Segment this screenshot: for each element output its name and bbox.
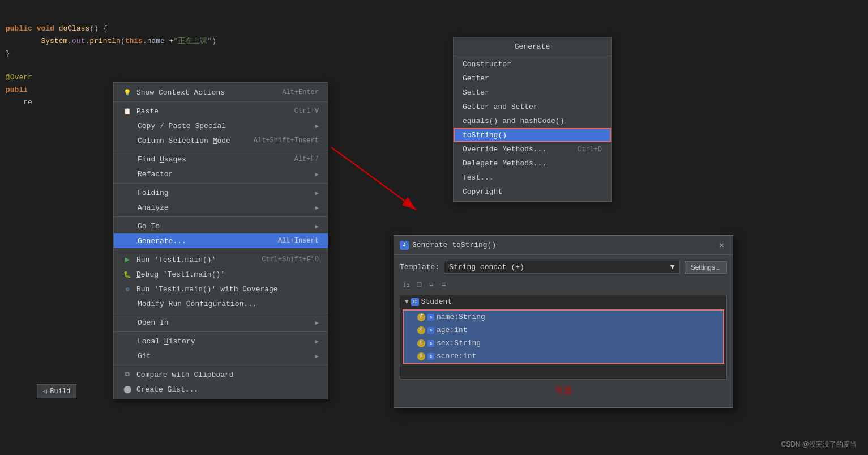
template-select[interactable]: String concat (+) ▼ [444, 261, 679, 274]
gen-item-tostring[interactable]: toString() [454, 128, 611, 142]
class-name: Student [421, 297, 452, 306]
gen-item-equals-hashcode[interactable]: equals() and hashCode() [454, 114, 611, 128]
no-icon [123, 203, 133, 212]
no-icon [123, 351, 133, 360]
menu-item-create-gist[interactable]: ⬤ Create Gist... [114, 382, 328, 397]
code-var: out [72, 36, 85, 47]
toolbar-row: ↓₂ □ ≡ ≡ [400, 278, 727, 290]
red-arrow-pointer [326, 142, 439, 227]
tree-parent-student: ▼ C Student [400, 295, 726, 308]
menu-label: Show Context Actions [136, 88, 225, 97]
field-badge: s [427, 327, 434, 334]
menu-label: Modify Run Configuration... [138, 300, 257, 308]
menu-item-run[interactable]: ▶ Run 'Test1.main()' Ctrl+Shift+F10 [114, 252, 328, 267]
field-badge: s [427, 340, 434, 347]
debug-icon: 🐛 [123, 270, 132, 279]
menu-item-debug[interactable]: 🐛 Debug 'Test1.main()' [114, 267, 328, 282]
gen-item-getter[interactable]: Getter [454, 71, 611, 86]
field-name: sex:String [437, 339, 481, 347]
code-function: doClass [59, 23, 90, 35]
field-item-sex[interactable]: f s sex:String [404, 337, 723, 350]
menu-label: Go To [138, 222, 160, 231]
menu-item-folding[interactable]: Folding ▶ [114, 185, 328, 200]
separator-5 [114, 250, 328, 250]
menu-label: Analyze [138, 203, 169, 212]
run-icon: ▶ [123, 255, 132, 264]
gen-item-test[interactable]: Test... [454, 171, 611, 185]
arrow-icon: ▶ [315, 189, 319, 197]
menu-item-coverage[interactable]: ⚙ Run 'Test1.main()' with Coverage [114, 282, 328, 296]
sort-button[interactable]: ↓₂ [400, 278, 412, 290]
menu-item-local-history[interactable]: Local History ▶ [114, 334, 328, 348]
arrow-icon: ▶ [315, 204, 319, 211]
class-icon: C [411, 298, 419, 306]
arrow-icon: ▶ [315, 338, 319, 345]
code-keyword: void [37, 23, 54, 35]
menu-shortcut: Ctrl+V [294, 107, 319, 115]
field-item-name[interactable]: f s name:String [404, 311, 723, 324]
template-row: Template: String concat (+) ▼ Settings..… [400, 261, 727, 274]
bulb-icon: 💡 [123, 88, 132, 97]
no-icon [123, 222, 133, 231]
box-button[interactable]: □ [414, 278, 425, 290]
menu-item-show-context-actions[interactable]: 💡 Show Context Actions Alt+Enter [114, 85, 328, 100]
menu-item-goto[interactable]: Go To ▶ [114, 219, 328, 233]
chevron-down-icon: ▼ [670, 263, 675, 271]
menu-item-open-in[interactable]: Open In ▶ [114, 315, 328, 330]
field-badge: s [427, 314, 434, 321]
build-button[interactable]: ◁ Build [37, 384, 76, 398]
tree-expand-icon[interactable]: ▼ [405, 299, 409, 305]
menu-item-paste[interactable]: 📋 Paste Ctrl+V [114, 104, 328, 118]
menu-item-copy-paste-special[interactable]: Copy / Paste Special ▶ [114, 118, 328, 133]
menu-item-analyze[interactable]: Analyze ▶ [114, 200, 328, 215]
menu-shortcut: Alt+Enter [282, 88, 319, 96]
gist-icon: ⬤ [123, 385, 132, 394]
no-icon [123, 188, 133, 197]
menu-item-refactor[interactable]: Refactor ▶ [114, 167, 328, 181]
no-icon [123, 318, 133, 327]
field-item-age[interactable]: f s age:int [404, 324, 723, 337]
menu-label: Local History [138, 337, 195, 346]
menu-label: Run 'Test1.main()' [136, 256, 216, 264]
menu-shortcut: Alt+Insert [278, 237, 319, 245]
compare-icon: ⧉ [123, 370, 132, 379]
gen-item-setter[interactable]: Setter [454, 86, 611, 100]
menu-item-find-usages[interactable]: Find Usages Alt+F7 [114, 152, 328, 167]
menu-item-git[interactable]: Git ▶ [114, 348, 328, 363]
menu-item-compare-clipboard[interactable]: ⧉ Compare with Clipboard [114, 367, 328, 382]
arrow-icon: ▶ [315, 319, 319, 326]
field-icon: f [417, 313, 425, 321]
gen-label: Test... [463, 173, 494, 182]
no-icon [123, 299, 133, 308]
gen-item-override-methods[interactable]: Override Methods... Ctrl+O [454, 142, 611, 156]
menu-item-generate[interactable]: Generate... Alt+Insert [114, 233, 328, 248]
bottom-credit: CSDN @没完没了的麦当 [781, 440, 857, 449]
gen-item-copyright[interactable]: Copyright [454, 185, 611, 199]
no-icon [123, 136, 133, 145]
gen-label: Override Methods... [463, 145, 546, 154]
code-string: "正在上课" [174, 36, 212, 47]
arrow-icon: ▶ [315, 223, 319, 230]
settings-button[interactable]: Settings... [685, 261, 727, 274]
gen-label: Setter [463, 88, 489, 97]
field-item-score[interactable]: f s score:int [404, 350, 723, 363]
code-keyword: public [6, 23, 32, 35]
code-function: System [41, 36, 67, 47]
context-menu: 💡 Show Context Actions Alt+Enter 📋 Paste… [113, 82, 328, 399]
gen-item-delegate-methods[interactable]: Delegate Methods... [454, 156, 611, 171]
close-button[interactable]: ✕ [717, 239, 727, 251]
field-icon: f [417, 326, 425, 334]
indent-button[interactable]: ≡ [439, 278, 449, 290]
gen-label: Copyright [463, 188, 502, 196]
no-icon [123, 121, 133, 130]
menu-item-column-selection[interactable]: Column Selection Mode Alt+Shift+Insert [114, 133, 328, 148]
gen-label: toString() [463, 131, 507, 139]
menu-item-modify-run[interactable]: Modify Run Configuration... [114, 296, 328, 311]
align-button[interactable]: ≡ [426, 278, 437, 290]
gen-item-getter-setter[interactable]: Getter and Setter [454, 100, 611, 114]
template-value: String concat (+) [449, 263, 524, 271]
separator-7 [114, 331, 328, 332]
gen-label: Constructor [463, 60, 511, 69]
menu-label: Debug 'Test1.main()' [136, 270, 225, 279]
gen-item-constructor[interactable]: Constructor [454, 57, 611, 71]
